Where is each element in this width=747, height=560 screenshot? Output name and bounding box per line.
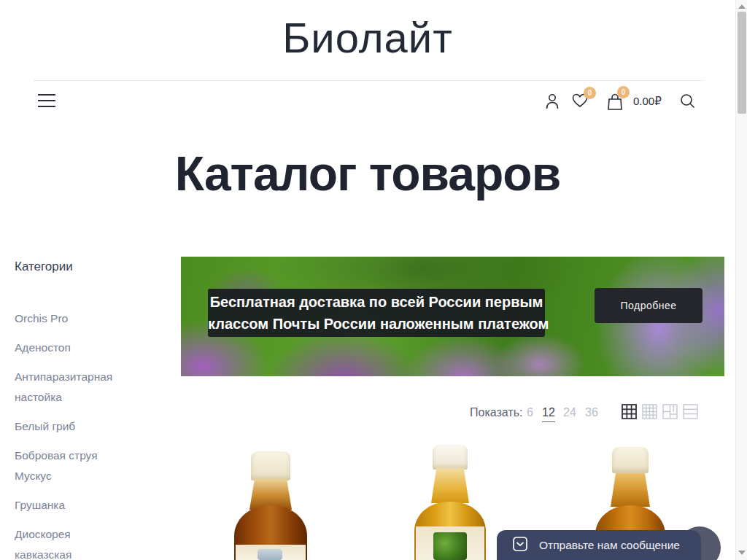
search-icon[interactable]: [680, 93, 695, 109]
promo-banner[interactable]: Бесплатная доставка по всей России первы…: [181, 257, 724, 376]
chat-message-label: Отправьте нам сообщение: [539, 539, 680, 552]
account-icon[interactable]: [545, 93, 560, 109]
catalog-page: Биолайт 0 0 0.00₽ Каталог то: [0, 0, 747, 560]
grid-3x3-icon[interactable]: [622, 404, 637, 422]
chat-widget[interactable]: Отправьте нам сообщение: [497, 530, 701, 560]
categories-heading: Категории: [15, 260, 131, 274]
categories-sidebar: Категории Orchis Pro Аденостоп Антипараз…: [15, 260, 131, 560]
sidebar-item-white-mushroom[interactable]: Белый гриб: [15, 416, 124, 437]
scrollbar-thumb[interactable]: [738, 12, 746, 114]
page-title: Каталог товаров: [0, 146, 735, 201]
per-page-option-24[interactable]: 24: [563, 406, 576, 419]
product-image-bottle-1[interactable]: [234, 450, 307, 560]
grid-mixed-icon[interactable]: [662, 404, 678, 422]
scrollbar-down-arrow-icon[interactable]: [738, 551, 746, 555]
wishlist-count-badge: 0: [584, 87, 596, 99]
grid-4x4-icon[interactable]: [642, 404, 657, 422]
promo-details-button[interactable]: Подробнее: [595, 288, 703, 323]
cart-total[interactable]: 0.00₽: [633, 95, 662, 108]
cart-count-badge: 0: [617, 86, 630, 98]
hamburger-menu-icon[interactable]: [38, 94, 55, 109]
show-label: Показать:: [470, 406, 522, 419]
sidebar-item-orchis-pro[interactable]: Orchis Pro: [15, 308, 124, 329]
list-view-icon[interactable]: [683, 404, 698, 422]
promo-text-overlay: Бесплатная доставка по всей России первы…: [208, 289, 545, 337]
sidebar-item-antiparasitic[interactable]: Антипаразитарная настойка: [15, 367, 124, 408]
header-divider: [34, 80, 703, 81]
envelope-icon: [511, 535, 529, 556]
header-actions: 0 0 0.00₽: [540, 86, 700, 115]
product-image-bottle-2[interactable]: [414, 443, 486, 560]
vertical-scrollbar[interactable]: [735, 0, 747, 560]
listing-toolbar: Показать: 6 12 24 36: [181, 402, 724, 423]
promo-text-line1: Бесплатная доставка по всей России первы…: [208, 291, 545, 313]
sidebar-item-dioscorea[interactable]: Диоскорея кавказская: [15, 524, 124, 560]
promo-text-line2: классом Почты России наложенным платежом: [208, 313, 545, 335]
site-logo[interactable]: Биолайт: [0, 13, 735, 62]
sidebar-item-grushanka[interactable]: Грушанка: [15, 495, 124, 516]
per-page-option-36[interactable]: 36: [585, 406, 598, 419]
sidebar-item-beaver-musk[interactable]: Бобровая струя Мускус: [15, 446, 124, 486]
per-page-option-12[interactable]: 12: [542, 406, 555, 422]
scrollbar-up-arrow-icon[interactable]: [738, 4, 746, 9]
per-page-option-6[interactable]: 6: [527, 406, 533, 419]
sidebar-item-adenostop[interactable]: Аденостоп: [15, 338, 124, 358]
